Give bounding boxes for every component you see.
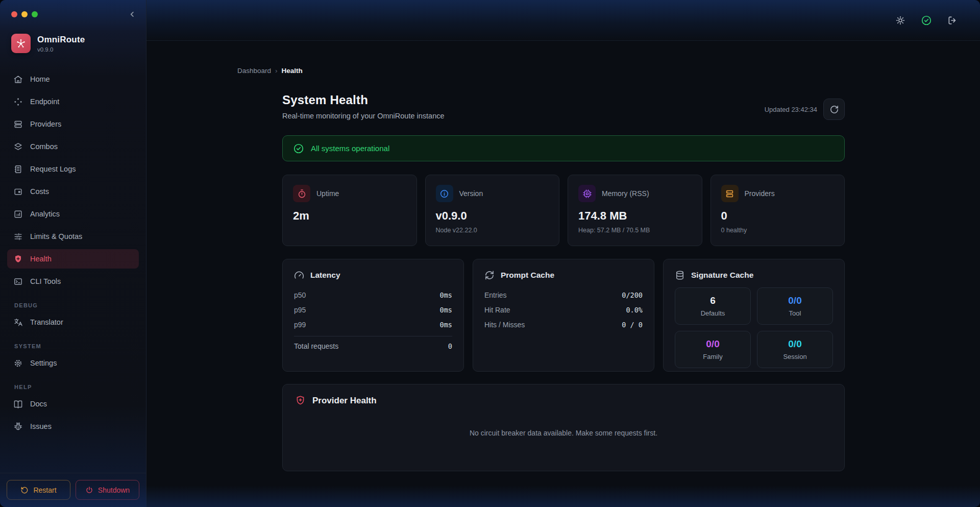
sidebar-item-analytics[interactable]: Analytics	[7, 204, 139, 224]
prompt-cache-row-hit-rate: Hit Rate 0.0%	[484, 302, 643, 317]
sidebar-item-label: Translator	[30, 318, 63, 326]
theme-toggle-button[interactable]	[895, 15, 905, 26]
rotate-ccw-icon	[20, 486, 29, 494]
bar-chart-icon	[13, 209, 23, 219]
brand: OmniRoute v0.9.0	[0, 29, 146, 56]
latency-total-row: Total requests 0	[294, 339, 452, 353]
sidebar-collapse-button[interactable]	[128, 10, 137, 19]
latency-row-p95: p95 0ms	[294, 302, 452, 317]
page-title: System Health	[282, 93, 445, 107]
sig-tile-tool: 0/0 Tool	[757, 287, 833, 325]
section-label-debug: DEBUG	[14, 302, 146, 308]
restart-label: Restart	[33, 486, 56, 494]
titlebar	[0, 0, 146, 29]
sidebar-item-translator[interactable]: Translator	[7, 312, 139, 332]
divider	[294, 336, 452, 336]
gear-icon	[13, 358, 23, 368]
maximize-window-button[interactable]	[32, 11, 38, 17]
sig-tile-defaults: 6 Defaults	[675, 287, 751, 325]
prompt-cache-card: Prompt Cache Entries 0/200 Hit Rate 0.0%…	[473, 259, 654, 372]
sidebar-item-home[interactable]: Home	[7, 69, 139, 89]
stat-label: Version	[459, 189, 483, 198]
power-icon	[85, 486, 93, 494]
wallet-icon	[13, 187, 23, 197]
sidebar-item-request-logs[interactable]: Request Logs	[7, 159, 139, 179]
languages-icon	[13, 318, 23, 327]
stat-value: 0	[721, 209, 835, 223]
sidebar-item-endpoint[interactable]: Endpoint	[7, 92, 139, 111]
sidebar-item-costs[interactable]: Costs	[7, 182, 139, 201]
sidebar-item-label: CLI Tools	[30, 277, 61, 285]
sidebar-item-label: Home	[30, 75, 50, 83]
breadcrumb-separator: ›	[275, 67, 278, 75]
page-subtitle: Real-time monitoring of your OmniRoute i…	[282, 112, 445, 120]
stat-sub: Heap: 57.2 MB / 70.5 MB	[578, 227, 692, 234]
prompt-cache-row-entries: Entries 0/200	[484, 287, 643, 302]
server-icon	[721, 185, 739, 202]
stat-card-version: Version v0.9.0 Node v22.22.0	[425, 175, 560, 246]
sig-tile-family: 0/0 Family	[675, 331, 751, 368]
home-icon	[13, 75, 23, 84]
sliders-icon	[13, 232, 23, 242]
sidebar-item-cli-tools[interactable]: CLI Tools	[7, 272, 139, 291]
sidebar-item-docs[interactable]: Docs	[7, 394, 139, 414]
endpoint-icon	[13, 97, 23, 107]
card-title: Provider Health	[312, 396, 377, 406]
terminal-icon	[13, 277, 23, 286]
shield-plus-icon	[13, 254, 23, 264]
section-label-help: HELP	[14, 384, 146, 390]
breadcrumb: Dashboard › Health	[237, 67, 980, 75]
log-out-icon	[947, 15, 958, 26]
refresh-cw-icon	[484, 270, 495, 280]
shield-plus-icon	[295, 395, 306, 406]
stat-sub: Node v22.22.0	[436, 227, 549, 234]
close-window-button[interactable]	[11, 11, 17, 17]
sidebar-item-providers[interactable]: Providers	[7, 114, 139, 134]
stat-card-providers: Providers 0 0 healthy	[710, 175, 845, 246]
signature-cache-grid: 6 Defaults 0/0 Tool 0/0 Family	[675, 287, 833, 368]
check-circle-icon	[921, 15, 932, 26]
shutdown-button[interactable]: Shutdown	[76, 480, 139, 500]
detail-row: Latency p50 0ms p95 0ms p99 0ms	[282, 259, 845, 372]
sidebar-item-combos[interactable]: Combos	[7, 137, 139, 156]
latency-row-p50: p50 0ms	[294, 287, 452, 302]
latency-card: Latency p50 0ms p95 0ms p99 0ms	[282, 259, 464, 372]
layers-icon	[13, 142, 23, 152]
breadcrumb-dashboard[interactable]: Dashboard	[237, 67, 271, 75]
stat-value: 174.8 MB	[578, 209, 692, 223]
info-icon	[436, 185, 453, 202]
sidebar-item-label: Settings	[30, 359, 57, 367]
stat-sub: 0 healthy	[721, 227, 835, 234]
refresh-button[interactable]	[823, 99, 845, 120]
prompt-cache-row-hits-misses: Hits / Misses 0 / 0	[484, 317, 643, 332]
chevron-left-icon	[128, 10, 137, 19]
stat-value: v0.9.0	[436, 209, 549, 223]
status-indicator-button[interactable]	[921, 15, 932, 26]
provider-health-card: Provider Health No circuit breaker data …	[282, 384, 845, 471]
shutdown-label: Shutdown	[98, 486, 130, 494]
sidebar-item-issues[interactable]: Issues	[7, 417, 139, 436]
stopwatch-icon	[293, 185, 310, 202]
stat-label: Memory (RSS)	[602, 189, 649, 198]
sidebar-item-label: Combos	[30, 142, 58, 151]
primary-nav: Home Endpoint Providers Combos Request L…	[0, 69, 146, 294]
sidebar-item-settings[interactable]: Settings	[7, 353, 139, 373]
sidebar-item-label: Endpoint	[30, 98, 59, 106]
page-header: System Health Real-time monitoring of yo…	[282, 93, 845, 120]
logout-button[interactable]	[947, 15, 958, 26]
card-title: Signature Cache	[691, 271, 753, 280]
sidebar-item-health[interactable]: Health	[7, 249, 139, 269]
sidebar-item-label: Costs	[30, 187, 49, 196]
minimize-window-button[interactable]	[21, 11, 28, 17]
stat-value: 2m	[293, 209, 406, 223]
bug-icon	[13, 422, 23, 431]
restart-button[interactable]: Restart	[7, 480, 70, 500]
book-open-icon	[13, 399, 23, 409]
gauge-icon	[294, 270, 304, 280]
database-icon	[675, 270, 685, 280]
signature-cache-card: Signature Cache 6 Defaults 0/0 Tool	[663, 259, 845, 372]
app-name: OmniRoute	[37, 35, 85, 45]
card-title: Latency	[310, 271, 340, 280]
sidebar-footer: Restart Shutdown	[0, 473, 146, 507]
sidebar-item-limits-quotas[interactable]: Limits & Quotas	[7, 227, 139, 246]
